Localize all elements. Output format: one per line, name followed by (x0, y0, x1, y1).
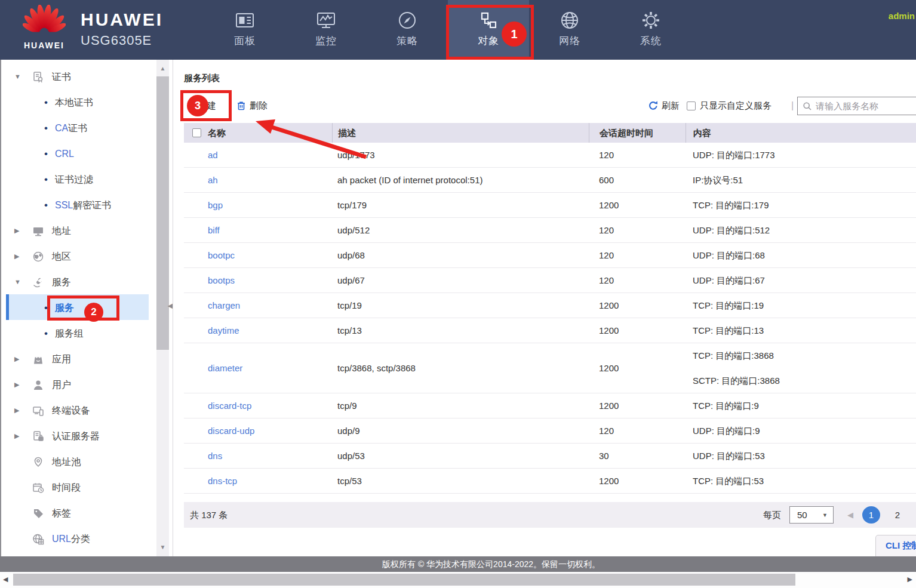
refresh-button[interactable]: 刷新 (648, 97, 680, 115)
new-button[interactable]: 新建 (198, 97, 216, 115)
table-row[interactable]: bgptcp/1791200TCP: 目的端口:179 (184, 193, 916, 218)
nav-item-dashboard[interactable]: 面板 (204, 0, 285, 60)
sidebar-item[interactable]: •本地证书 (6, 89, 149, 115)
select-all-checkbox[interactable] (192, 128, 201, 137)
nav-item-object[interactable]: 对象 (448, 0, 529, 60)
bullet-icon: • (44, 141, 50, 167)
service-name-link[interactable]: bgp (203, 193, 332, 217)
sidebar-item[interactable]: ▶认证服务器 (6, 423, 149, 448)
sidebar-item[interactable]: •服务 (6, 294, 149, 320)
column-header-description[interactable]: 描述 (332, 123, 589, 143)
sidebar-item[interactable]: ▶地区 (6, 243, 149, 269)
service-name-link[interactable]: daytime (203, 318, 332, 343)
service-name-link[interactable]: bootpc (203, 243, 332, 267)
service-name-link[interactable]: discard-udp (203, 418, 332, 443)
sidebar-item[interactable]: ▶终端设备 (6, 397, 149, 423)
column-header-content[interactable]: 内容 (686, 123, 916, 143)
service-content: TCP: 目的端口:179 (686, 193, 916, 217)
sidebar-item[interactable]: ▶应用 (6, 346, 149, 371)
sidebar-collapse-icon[interactable]: ◀ (168, 301, 173, 310)
sidebar-item[interactable]: 地址池 (6, 448, 149, 474)
sidebar-item[interactable]: •服务组 (6, 320, 149, 346)
nav-label: 网络 (559, 34, 580, 48)
nav-item-network[interactable]: 网络 (529, 0, 610, 60)
sidebar-item[interactable]: ▶用户 (6, 371, 149, 397)
scroll-down-icon[interactable]: ▼ (156, 541, 169, 554)
chevron-down-icon[interactable]: ▼ (14, 269, 24, 295)
sidebar-item[interactable]: •CA证书 (6, 115, 149, 140)
chevron-right-icon[interactable]: ▶ (14, 218, 24, 244)
table-row[interactable]: biffudp/512120UDP: 目的端口:512 (184, 218, 916, 243)
table-row[interactable]: bootpsudp/67120UDP: 目的端口:67 (184, 268, 916, 293)
page-number-1[interactable]: 1 (862, 506, 880, 524)
show-custom-services-checkbox[interactable] (687, 101, 696, 110)
chevron-right-icon[interactable]: ▶ (14, 423, 24, 449)
sidebar-item[interactable]: •证书过滤 (6, 166, 149, 192)
scroll-right-icon[interactable]: ▶ (908, 575, 912, 583)
table-row[interactable]: diametertcp/3868, sctp/38681200TCP: 目的端口… (184, 343, 916, 393)
table-row[interactable]: discard-udpudp/9120UDP: 目的端口:9 (184, 418, 916, 444)
service-name-link[interactable]: discard-tcp (203, 393, 332, 418)
scroll-up-icon[interactable]: ▲ (156, 62, 169, 75)
table-row[interactable]: dnsudp/5330UDP: 目的端口:53 (184, 444, 916, 469)
service-name-link[interactable]: dns-tcp (203, 469, 332, 493)
sidebar-item-label: 地区 (52, 251, 71, 261)
service-name-link[interactable]: bootps (203, 268, 332, 293)
service-name-link[interactable]: ad (203, 143, 332, 167)
row-checkbox-cell (184, 343, 203, 393)
delete-button[interactable]: 删除 (236, 97, 268, 115)
column-header-name[interactable]: 名称 (203, 123, 332, 143)
sidebar-item-label: 地址池 (52, 457, 81, 467)
chevron-right-icon[interactable]: ▶ (14, 398, 24, 423)
sidebar-item[interactable]: URL分类 (6, 525, 149, 551)
sidebar-item[interactable]: 标签 (6, 500, 149, 525)
sidebar-item-label: 时间段 (52, 482, 81, 492)
table-row[interactable]: ahah packet (ID of internet protocol:51)… (184, 168, 916, 193)
logged-in-user[interactable]: admin (889, 11, 915, 21)
nav-item-system[interactable]: 系统 (610, 0, 691, 60)
sidebar-item[interactable]: ▼服务 (6, 269, 149, 294)
table-row[interactable]: discard-tcptcp/91200TCP: 目的端口:9 (184, 393, 916, 418)
per-page-select[interactable]: 50 ▼ (789, 506, 834, 524)
cli-console-tab[interactable]: CLI 控制台 (875, 535, 916, 556)
hscrollbar-thumb[interactable] (13, 574, 795, 586)
service-name-link[interactable]: chargen (203, 293, 332, 318)
table-row[interactable]: bootpcudp/68120UDP: 目的端口:68 (184, 243, 916, 268)
sidebar-item[interactable]: ▼证书 (6, 63, 149, 89)
chevron-down-icon[interactable]: ▼ (14, 64, 24, 90)
service-name-link[interactable]: dns (203, 444, 332, 468)
sidebar-item[interactable]: •SSL解密证书 (6, 192, 149, 217)
nav-item-monitor[interactable]: 监控 (285, 0, 367, 60)
table-row[interactable]: chargentcp/191200TCP: 目的端口:19 (184, 293, 916, 318)
sidebar-item[interactable]: •CRL (6, 140, 149, 166)
dashboard-icon (234, 8, 256, 33)
service-description: tcp/3868, sctp/3868 (332, 343, 589, 393)
service-search-box[interactable] (797, 97, 916, 115)
page-number-3[interactable]: 3 (911, 510, 916, 520)
service-name-link[interactable]: biff (203, 218, 332, 242)
service-name-link[interactable]: diameter (203, 343, 332, 393)
huawei-fan-icon (23, 5, 66, 39)
main-content: 服务列表 新建 删除 (174, 60, 916, 556)
show-custom-services-label[interactable]: 只显示自定义服务 (700, 91, 771, 121)
chevron-right-icon[interactable]: ▶ (14, 372, 24, 398)
chevron-right-icon[interactable]: ▶ (14, 346, 24, 372)
sidebar-item[interactable]: 时间段 (6, 474, 149, 500)
sidebar-item-label: 证书过滤 (55, 174, 93, 184)
chevron-right-icon[interactable]: ▶ (14, 244, 24, 269)
sidebar-item[interactable]: ▶地址 (6, 217, 149, 243)
table-row[interactable]: adudp/1773120UDP: 目的端口:1773 (184, 143, 916, 168)
page-number-2[interactable]: 2 (889, 510, 906, 520)
table-row[interactable]: daytimetcp/131200TCP: 目的端口:13 (184, 318, 916, 343)
service-icon (32, 276, 45, 288)
search-input[interactable] (816, 97, 916, 115)
column-header-timeout[interactable]: 会话超时时间 (589, 123, 686, 143)
service-name-link[interactable]: ah (203, 168, 332, 192)
session-timeout: 30 (589, 444, 686, 468)
horizontal-scrollbar[interactable]: ◀ ▶ (0, 572, 916, 588)
nav-item-policy[interactable]: 策略 (367, 0, 448, 60)
previous-page-icon[interactable]: ◀ (847, 502, 853, 528)
table-row[interactable]: dns-tcptcp/531200TCP: 目的端口:53 (184, 469, 916, 494)
list-footer: 共 137 条 每页 50 ▼ ◀ 123 (184, 502, 916, 528)
scroll-left-icon[interactable]: ◀ (3, 575, 8, 583)
